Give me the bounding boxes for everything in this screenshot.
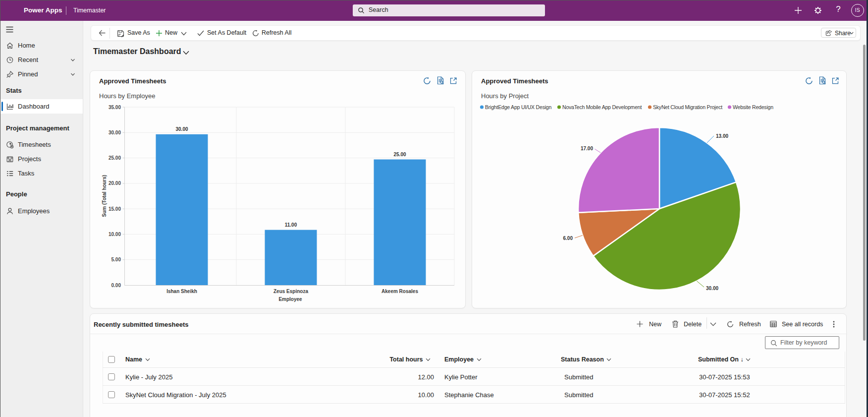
svg-text:13.00: 13.00 [716,133,728,139]
svg-text:30.00: 30.00 [175,126,188,132]
svg-text:35.00: 35.00 [108,105,121,110]
svg-text:20.00: 20.00 [108,180,121,186]
svg-text:11.00: 11.00 [285,222,297,228]
svg-text:25.00: 25.00 [108,155,121,161]
svg-text:Akeem Rosales: Akeem Rosales [381,289,418,294]
svg-text:NovaTech Mobile App Developmen: NovaTech Mobile App Development [562,104,642,110]
svg-text:Employee: Employee [278,297,302,302]
svg-text:15.00: 15.00 [108,206,121,212]
svg-text:30.00: 30.00 [108,130,121,135]
svg-text:Zeus Espinoza: Zeus Espinoza [273,289,308,294]
svg-text:Ishan Sheikh: Ishan Sheikh [166,289,197,294]
svg-text:Sum (Total hours): Sum (Total hours) [102,175,107,217]
svg-text:6.00: 6.00 [563,236,573,241]
svg-text:Website Redesign: Website Redesign [733,104,773,110]
svg-text:0.00: 0.00 [111,283,121,288]
svg-text:25.00: 25.00 [393,152,406,157]
svg-text:17.00: 17.00 [581,146,593,151]
svg-text:10.00: 10.00 [108,232,121,237]
svg-text:BrightEdge App UI/UX Design: BrightEdge App UI/UX Design [485,104,551,110]
svg-text:SkyNet Cloud Migration Project: SkyNet Cloud Migration Project [653,104,722,110]
svg-text:5.00: 5.00 [111,257,121,262]
svg-text:30.00: 30.00 [706,286,718,291]
